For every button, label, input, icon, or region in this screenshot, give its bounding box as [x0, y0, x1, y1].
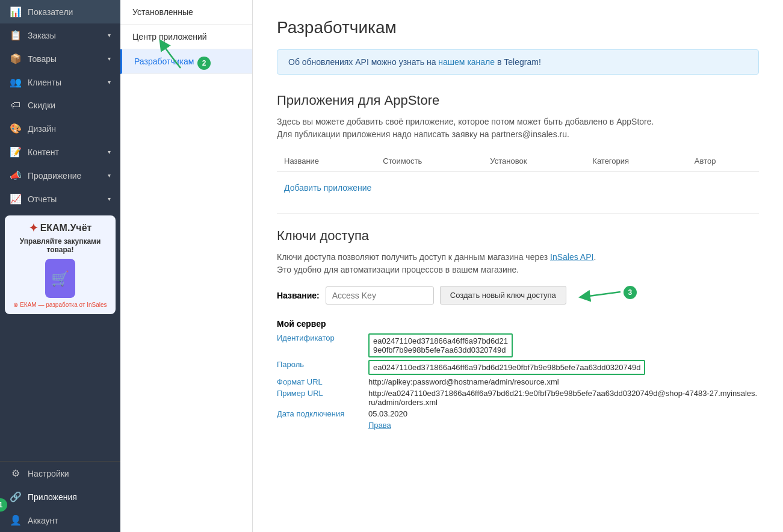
key-card-title: Мой сервер — [277, 319, 759, 329]
rights-link[interactable]: Права — [368, 421, 391, 430]
col-installs: Установок — [483, 150, 585, 172]
subnav-item-ustanovlennye[interactable]: Установленные — [120, 0, 252, 25]
access-keys-title: Ключи доступа — [277, 228, 759, 244]
chevron-down-icon: ▾ — [108, 196, 111, 202]
section-divider — [277, 213, 759, 214]
key-label-format: Формат URL — [277, 377, 361, 386]
ekam-logo-text: ЕКАМ.Учёт — [40, 223, 92, 234]
add-app-link[interactable]: Добавить приложение — [277, 177, 759, 199]
appstore-section-title: Приложения для AppStore — [277, 93, 759, 108]
key-value-date: 05.03.2020 — [368, 409, 407, 418]
chevron-down-icon: ▾ — [108, 79, 111, 85]
col-category: Категория — [585, 150, 687, 172]
ekam-tagline: Управляйте закупками товара! — [11, 237, 110, 254]
sidebar-item-dizain[interactable]: 🎨 Дизайн — [0, 117, 120, 140]
badge-2: 2 — [197, 57, 211, 70]
access-keys-desc: Ключи доступа позволяют получить доступ … — [277, 251, 759, 276]
main-content: Разработчикам Об обновлениях API можно у… — [253, 0, 783, 532]
info-banner-link[interactable]: нашем канале — [438, 57, 495, 67]
key-label-password: Пароль — [277, 360, 361, 369]
key-card: Мой сервер Идентификатор ea0247110ed3718… — [277, 319, 759, 430]
create-key-button[interactable]: Создать новый ключ доступа — [440, 286, 566, 305]
arrow-3-svg — [572, 280, 633, 310]
sidebar-item-prilozheniya[interactable]: 🔗 Приложения 1 — [0, 485, 120, 509]
orders-icon: 📋 — [10, 29, 22, 41]
sidebar-item-klienty[interactable]: 👥 Клиенты ▾ — [0, 70, 120, 94]
promotion-icon: 📣 — [10, 170, 22, 181]
info-banner-text-prefix: Об обновлениях API можно узнать на — [288, 57, 438, 67]
products-icon: 📦 — [10, 53, 22, 64]
sidebar-item-skidki[interactable]: 🏷 Скидки — [0, 94, 120, 117]
sidebar-item-otchety[interactable]: 📈 Отчеты ▾ — [0, 187, 120, 211]
access-key-label: Название: — [277, 291, 320, 300]
design-icon: 🎨 — [10, 123, 22, 134]
sidebar-top: 📊 Показатели 📋 Заказы ▾ 📦 Товары ▾ 👥 Кли… — [0, 0, 120, 461]
settings-icon: ⚙ — [10, 468, 22, 479]
key-row-id: Идентификатор ea0247110ed371866a46ff6a97… — [277, 333, 759, 357]
info-banner-text-suffix: в Telegram! — [497, 57, 541, 67]
ekam-logo: ✦ ЕКАМ.Учёт — [11, 221, 110, 235]
sidebar: 📊 Показатели 📋 Заказы ▾ 📦 Товары ▾ 👥 Кли… — [0, 0, 120, 532]
annotation-badge-1: 1 — [0, 498, 7, 512]
sidebar-item-label: Продвижение — [28, 171, 102, 181]
insales-api-link[interactable]: InSales API — [550, 252, 593, 262]
sidebar-item-label: Дизайн — [28, 124, 111, 134]
key-row-date: Дата подключения 05.03.2020 — [277, 409, 759, 418]
key-label-date: Дата подключения — [277, 409, 361, 418]
appstore-desc: Здесь вы можете добавить своё приложение… — [277, 116, 759, 141]
page-title: Разработчикам — [277, 18, 759, 37]
key-value-example: http://ea0247110ed371866a46ff6a97bd6d21:… — [368, 389, 759, 407]
chevron-down-icon: ▾ — [108, 32, 111, 39]
sidebar-item-label: Контент — [28, 147, 102, 157]
sidebar-item-label: Товары — [28, 54, 102, 64]
sidebar-item-label: Настройки — [28, 469, 111, 478]
badge-1: 1 — [0, 498, 7, 512]
sidebar-item-tovary[interactable]: 📦 Товары ▾ — [0, 47, 120, 70]
account-icon: 👤 — [10, 515, 22, 526]
chevron-down-icon: ▾ — [108, 172, 111, 179]
annotation-2-container: 2 — [156, 35, 205, 71]
sidebar-item-label: Клиенты — [28, 78, 102, 87]
key-row-rights: Права — [277, 421, 759, 430]
chevron-down-icon: ▾ — [108, 55, 111, 62]
key-row-password: Пароль ea0247110ed371866a46ff6a97bd6d219… — [277, 360, 759, 375]
sidebar-item-prodvizhenie[interactable]: 📣 Продвижение ▾ — [0, 164, 120, 187]
col-name: Название — [277, 150, 376, 172]
sidebar-item-zakazy[interactable]: 📋 Заказы ▾ — [0, 23, 120, 47]
reports-icon: 📈 — [10, 193, 22, 205]
sidebar-item-label: Заказы — [28, 31, 102, 40]
annotation-3-container: 3 — [590, 292, 637, 299]
ekam-banner: ✦ ЕКАМ.Учёт Управляйте закупками товара!… — [5, 215, 116, 314]
sidebar-item-nastroyki[interactable]: ⚙ Настройки — [0, 462, 120, 485]
chart-icon: 📊 — [10, 6, 22, 17]
ekam-footer: ⊗ ЕКАМ — разработка от InSales — [11, 302, 110, 308]
sidebar-item-label: Приложения — [28, 492, 111, 502]
sidebar-item-pokazateli[interactable]: 📊 Показатели — [0, 0, 120, 23]
col-cost: Стоимость — [376, 150, 483, 172]
key-label-example: Пример URL — [277, 389, 361, 398]
access-key-input[interactable] — [326, 286, 434, 305]
apps-icon: 🔗 — [10, 491, 22, 503]
phone-illustration: 🛒 — [45, 259, 75, 298]
discounts-icon: 🏷 — [10, 100, 22, 111]
content-icon: 📝 — [10, 146, 22, 158]
cart-icon: 🛒 — [51, 270, 69, 287]
key-label-id: Идентификатор — [277, 333, 361, 342]
clients-icon: 👥 — [10, 76, 22, 88]
info-banner: Об обновлениях API можно узнать на нашем… — [277, 49, 759, 75]
key-row-example: Пример URL http://ea0247110ed371866a46ff… — [277, 389, 759, 407]
key-value-id: ea0247110ed371866a46ff6a97bd6d219e0fbf7b… — [368, 333, 513, 357]
chevron-down-icon: ▾ — [108, 149, 111, 155]
col-author: Автор — [687, 150, 759, 172]
subnav: Установленные Центр приложений Разработч… — [120, 0, 253, 532]
sidebar-item-kontent[interactable]: 📝 Контент ▾ — [0, 140, 120, 164]
sidebar-item-akkaunt[interactable]: 👤 Аккаунт — [0, 509, 120, 532]
access-key-form: Название: Создать новый ключ доступа 3 — [277, 286, 759, 305]
sidebar-item-label: Отчеты — [28, 194, 102, 204]
key-value-password: ea0247110ed371866a46ff6a97bd6d219e0fbf7b… — [368, 360, 645, 375]
appstore-table: Название Стоимость Установок Категория А… — [277, 150, 759, 172]
sidebar-item-label: Показатели — [28, 7, 111, 17]
sidebar-bottom: ⚙ Настройки 🔗 Приложения 1 👤 Аккаунт — [0, 461, 120, 532]
sidebar-item-label: Аккаунт — [28, 516, 111, 525]
key-value-format: http://apikey:password@hostname/admin/re… — [368, 377, 559, 386]
